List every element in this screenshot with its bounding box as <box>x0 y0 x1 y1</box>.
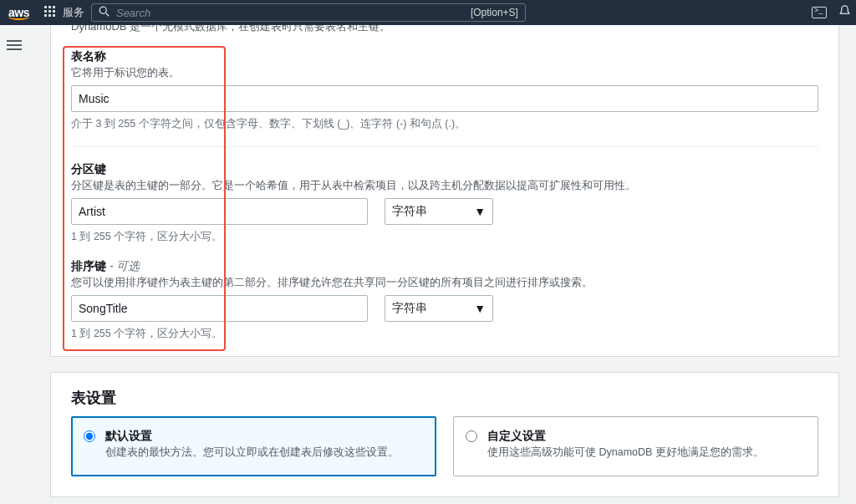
cloudshell-icon[interactable] <box>812 7 827 18</box>
default-settings-radio[interactable] <box>84 430 95 442</box>
default-settings-title: 默认设置 <box>105 429 424 444</box>
partition-key-label: 分区键 <box>71 162 818 177</box>
table-name-desc: 它将用于标识您的表。 <box>71 66 818 80</box>
search-box[interactable]: Search [Option+S] <box>91 3 526 22</box>
search-icon <box>99 6 110 19</box>
svg-rect-5 <box>53 10 55 13</box>
table-name-field: 表名称 它将用于标识您的表。 介于 3 到 255 个字符之间，仅包含字母、数字… <box>71 34 818 131</box>
custom-settings-radio[interactable] <box>466 430 477 442</box>
svg-rect-6 <box>44 14 47 17</box>
aws-logo[interactable]: aws <box>0 6 38 20</box>
svg-rect-8 <box>53 14 55 17</box>
sort-key-hint: 1 到 255 个字符，区分大小写。 <box>71 327 818 341</box>
custom-settings-desc: 使用这些高级功能可使 DynamoDB 更好地满足您的需求。 <box>487 445 806 460</box>
svg-rect-4 <box>48 10 51 13</box>
table-name-label: 表名称 <box>71 49 818 64</box>
svg-rect-3 <box>44 10 47 13</box>
partition-key-type-select[interactable]: 字符串 ▼ <box>385 198 493 225</box>
table-settings-heading: 表设置 <box>51 373 838 416</box>
table-settings-panel: 表设置 默认设置 创建表的最快方法。您可以立即或在创建表后修改这些设置。 自定义… <box>50 372 839 497</box>
svg-point-9 <box>99 7 106 13</box>
partition-key-field: 分区键 分区键是表的主键的一部分。它是一个哈希值，用于从表中检索项目，以及跨主机… <box>71 147 818 244</box>
custom-settings-title: 自定义设置 <box>487 429 806 444</box>
intro-text: DynamoDB 是一个无模式数据库，在创建表时只需要表名和主键。 <box>51 25 838 34</box>
partition-key-desc: 分区键是表的主键的一部分。它是一个哈希值，用于从表中检索项目，以及跨主机分配数据… <box>71 179 818 193</box>
svg-rect-7 <box>48 14 51 17</box>
sort-key-label: 排序键 - 可选 <box>71 259 818 274</box>
partition-key-input[interactable] <box>71 198 368 225</box>
side-nav-toggle[interactable] <box>7 38 22 53</box>
svg-rect-1 <box>48 6 51 8</box>
partition-key-hint: 1 到 255 个字符，区分大小写。 <box>71 230 818 244</box>
svg-rect-2 <box>53 6 55 8</box>
services-menu[interactable]: 服务 <box>63 5 91 20</box>
custom-settings-tile[interactable]: 自定义设置 使用这些高级功能可使 DynamoDB 更好地满足您的需求。 <box>453 416 818 476</box>
default-settings-tile[interactable]: 默认设置 创建表的最快方法。您可以立即或在创建表后修改这些设置。 <box>71 416 436 476</box>
top-nav: aws 服务 Search [Option+S] <box>0 0 856 25</box>
apps-grid-icon[interactable] <box>38 6 63 20</box>
notifications-icon[interactable] <box>838 5 851 20</box>
sort-key-input[interactable] <box>71 295 368 322</box>
table-name-input[interactable] <box>71 85 818 112</box>
chevron-down-icon: ▼ <box>474 205 486 218</box>
default-settings-desc: 创建表的最快方法。您可以立即或在创建表后修改这些设置。 <box>105 445 424 460</box>
table-details-panel: DynamoDB 是一个无模式数据库，在创建表时只需要表名和主键。 表名称 它将… <box>50 25 839 357</box>
chevron-down-icon: ▼ <box>474 302 486 315</box>
sort-key-desc: 您可以使用排序键作为表主键的第二部分。排序键允许您在共享同一分区键的所有项目之间… <box>71 276 818 290</box>
table-name-hint: 介于 3 到 255 个字符之间，仅包含字母、数字、下划线 (_)、连字符 (-… <box>71 117 818 131</box>
sort-key-type-select[interactable]: 字符串 ▼ <box>385 295 493 322</box>
sort-key-field: 排序键 - 可选 您可以使用排序键作为表主键的第二部分。排序键允许您在共享同一分… <box>71 244 818 341</box>
search-shortcut: [Option+S] <box>471 7 518 18</box>
svg-rect-0 <box>44 6 47 8</box>
svg-line-10 <box>106 13 110 17</box>
search-placeholder: Search <box>116 7 471 19</box>
